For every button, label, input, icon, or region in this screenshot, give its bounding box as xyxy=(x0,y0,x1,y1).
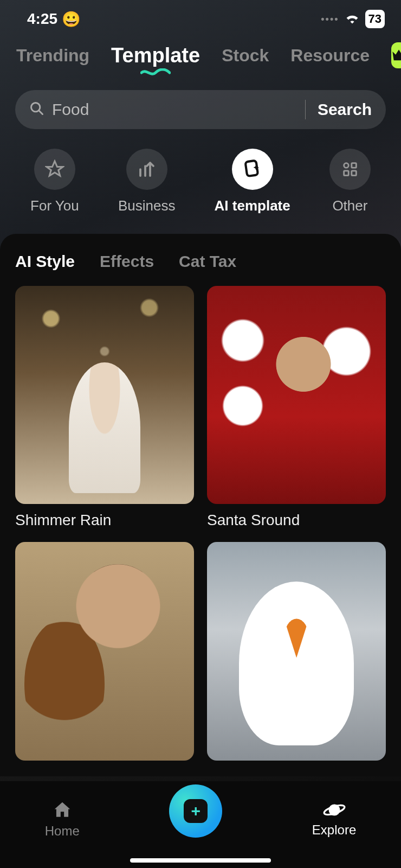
template-thumbnail xyxy=(15,542,194,760)
active-tab-underline-icon xyxy=(140,68,171,77)
tab-stock[interactable]: Stock xyxy=(222,46,269,66)
category-label: Other xyxy=(332,197,367,214)
star-icon xyxy=(45,159,64,179)
plus-icon: + xyxy=(184,799,208,823)
template-thumbnail xyxy=(15,286,194,504)
tab-resource[interactable]: Resource xyxy=(290,46,370,66)
template-title: Santa Sround xyxy=(207,512,386,529)
svg-rect-5 xyxy=(344,171,349,176)
category-other[interactable]: Other xyxy=(329,149,371,214)
template-title: Shimmer Rain xyxy=(15,512,194,529)
subtab-effects[interactable]: Effects xyxy=(100,252,154,271)
sub-tabs: AI Style Effects Cat Tax xyxy=(15,252,386,271)
category-label: Business xyxy=(118,197,176,214)
category-row: For You Business AI template Other xyxy=(0,149,401,214)
home-indicator[interactable] xyxy=(130,858,271,863)
search-bar[interactable]: Food Search xyxy=(15,90,386,129)
subtab-ai-style[interactable]: AI Style xyxy=(15,252,75,271)
template-card[interactable] xyxy=(207,542,386,760)
nav-home[interactable]: Home xyxy=(45,800,80,839)
home-icon xyxy=(52,800,73,820)
nav-explore[interactable]: Explore xyxy=(312,801,356,838)
grid-icon xyxy=(341,160,359,178)
search-divider xyxy=(305,100,306,119)
bottom-nav: Home + Explore xyxy=(0,781,401,868)
template-thumbnail xyxy=(207,542,386,760)
crown-icon xyxy=(391,49,401,62)
cellular-dots-icon: •••• xyxy=(321,14,339,25)
status-bar: 4:25 😀 •••• 73 xyxy=(0,0,401,33)
category-ai-template[interactable]: AI template xyxy=(215,149,290,214)
premium-crown-button[interactable] xyxy=(391,42,401,68)
search-icon xyxy=(29,101,44,118)
category-label: AI template xyxy=(215,197,290,214)
template-card[interactable]: Santa Sround xyxy=(207,286,386,529)
card-sparkle-icon xyxy=(242,158,263,180)
tab-trending[interactable]: Trending xyxy=(16,46,89,66)
category-label: For You xyxy=(30,197,79,214)
template-grid: Shimmer Rain Santa Sround xyxy=(15,286,386,761)
category-business[interactable]: Business xyxy=(118,149,176,214)
tab-template[interactable]: Template xyxy=(111,44,200,67)
template-thumbnail xyxy=(207,286,386,504)
content-sheet: AI Style Effects Cat Tax Shimmer Rain Sa… xyxy=(0,234,401,776)
chart-icon xyxy=(137,159,157,179)
template-card[interactable] xyxy=(15,542,194,760)
search-button[interactable]: Search xyxy=(318,100,372,119)
svg-rect-4 xyxy=(352,163,357,168)
search-placeholder: Food xyxy=(52,100,293,119)
svg-rect-6 xyxy=(352,171,357,176)
planet-icon xyxy=(323,801,346,819)
top-tabs: Trending Template Stock Resource xyxy=(0,33,401,74)
status-time: 4:25 xyxy=(27,10,57,28)
subtab-cat-tax[interactable]: Cat Tax xyxy=(179,252,236,271)
svg-line-1 xyxy=(39,111,43,114)
create-fab[interactable]: + xyxy=(169,784,222,838)
wifi-icon xyxy=(345,10,360,28)
svg-point-3 xyxy=(344,163,349,168)
template-card[interactable]: Shimmer Rain xyxy=(15,286,194,529)
category-for-you[interactable]: For You xyxy=(30,149,79,214)
battery-indicator: 73 xyxy=(365,10,385,28)
status-emoji: 😀 xyxy=(62,10,81,28)
